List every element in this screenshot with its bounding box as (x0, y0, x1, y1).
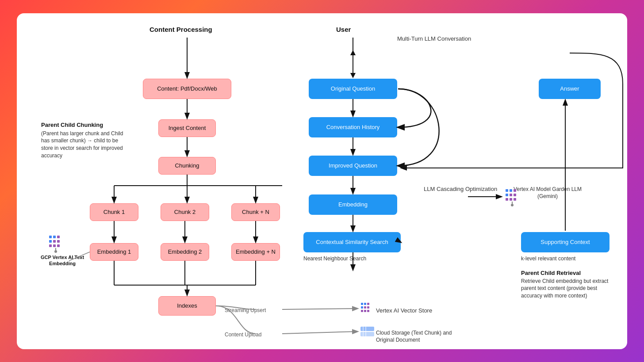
multi-turn-label: Multi-Turn LLM Conversation (397, 35, 471, 42)
svg-line-53 (282, 309, 357, 309)
svg-rect-19 (514, 198, 516, 201)
original-question-box: Original Question (309, 79, 397, 99)
llm-cascading-label: LLM Cascading Optimization (424, 186, 497, 192)
k-level-label: k-level relevant content (521, 255, 575, 262)
embedding2-box: Embedding 2 (161, 243, 209, 261)
svg-rect-8 (57, 244, 60, 247)
chunk1-box: Chunk 1 (90, 203, 138, 221)
embedding-box: Embedding (309, 194, 397, 215)
chunkN-box: Chunk + N (231, 203, 280, 221)
cloud-storage-label: Cloud Storage (Text Chunk) and Original … (376, 329, 464, 344)
svg-rect-6 (49, 244, 52, 247)
embedding1-box: Embedding 1 (90, 243, 138, 261)
svg-rect-0 (49, 236, 52, 238)
svg-rect-3 (49, 240, 52, 243)
svg-rect-4 (53, 240, 56, 243)
vertex-vector-store-label: Vertex AI Vector Store (376, 307, 432, 314)
embeddingN-box: Embedding + N (231, 243, 280, 261)
svg-rect-17 (506, 198, 508, 201)
content-processing-label: Content Processing (150, 26, 212, 33)
parent-child-retrieval-label: Parent Child Retrieval Retrieve Child em… (521, 270, 618, 300)
svg-point-10 (54, 250, 57, 253)
cloud-storage-icon (360, 325, 375, 340)
answer-box: Answer (539, 79, 601, 99)
nearest-neighbour-label: Nearest Neighbour Search (303, 255, 366, 262)
svg-line-54 (282, 332, 357, 334)
content-upload-label: Content Upload (225, 332, 261, 338)
vertex-vector-store-icon (360, 301, 375, 318)
chunk2-box: Chunk 2 (161, 203, 209, 221)
conversation-history-box: Conversation History (309, 117, 397, 137)
contextual-similarity-box: Contextual Similarity Search (303, 232, 401, 252)
svg-rect-18 (510, 198, 512, 201)
svg-rect-15 (510, 194, 512, 196)
gcp-vertex-embedding-label: GCP Vertex AI Text Embedding (38, 254, 87, 267)
indexes-box: Indexes (158, 296, 216, 316)
svg-rect-2 (57, 236, 60, 238)
vertex-model-garden-icon (503, 186, 525, 210)
svg-rect-12 (510, 189, 512, 192)
svg-point-21 (511, 204, 514, 206)
svg-rect-23 (364, 303, 366, 305)
ingest-box: Ingest Content (158, 119, 216, 137)
chunking-box: Chunking (158, 157, 216, 175)
svg-rect-28 (361, 310, 363, 312)
svg-rect-14 (506, 194, 508, 196)
svg-rect-7 (53, 244, 56, 247)
svg-rect-5 (57, 240, 60, 243)
svg-rect-25 (361, 306, 363, 309)
svg-rect-11 (506, 189, 508, 192)
svg-rect-16 (514, 194, 516, 196)
svg-rect-32 (360, 332, 374, 336)
improved-question-box: Improved Question (309, 156, 397, 176)
parent-child-chunking-label: Parent Child Chunking (Parent has larger… (41, 122, 125, 160)
content-pdf-box: Content: Pdf/Docx/Web (143, 79, 231, 99)
svg-rect-1 (53, 236, 56, 238)
svg-rect-29 (364, 310, 366, 312)
svg-rect-27 (367, 306, 369, 309)
streaming-upsert-label: Streaming Upsert (225, 307, 266, 313)
svg-rect-31 (360, 327, 374, 331)
supporting-context-box: Supporting Context (521, 232, 610, 252)
svg-rect-13 (514, 189, 516, 192)
svg-rect-26 (364, 306, 366, 309)
diagram-container: Content Processing User Multi-Turn LLM C… (17, 13, 627, 349)
svg-rect-24 (367, 303, 369, 305)
gcp-vertex-icon (47, 232, 69, 256)
svg-rect-30 (367, 310, 369, 312)
user-label: User (336, 26, 351, 33)
svg-rect-22 (361, 303, 363, 305)
